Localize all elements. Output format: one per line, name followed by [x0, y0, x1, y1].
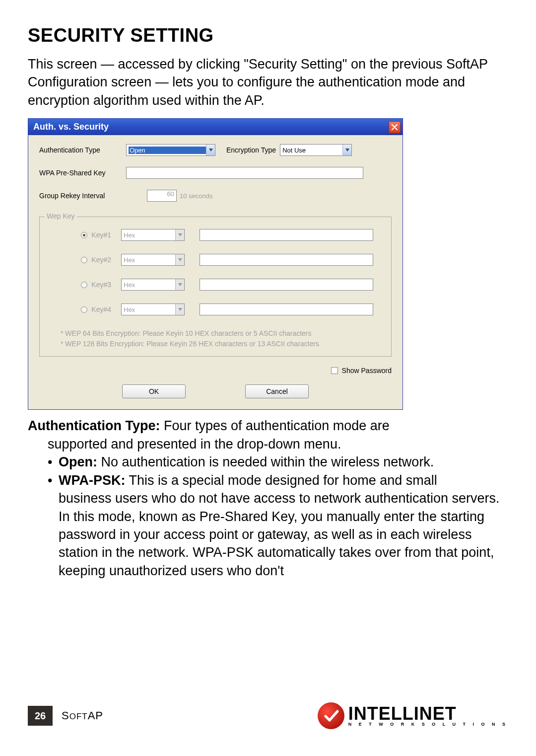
page-footer: 26 SOFTAP INTELLINET N E T W O R K S O L… [28, 702, 508, 729]
page-title: SECURITY SETTING [28, 25, 508, 46]
wep-key1-format-select[interactable]: Hex [121, 229, 185, 241]
close-icon [391, 124, 398, 131]
chevron-down-icon [175, 254, 184, 265]
rekey-unit: 10 seconds [180, 192, 213, 200]
chevron-down-icon [206, 145, 215, 155]
security-dialog: Auth. vs. Security Authentication Type O… [28, 118, 403, 410]
wep-key1-format: Hex [124, 231, 175, 239]
wep-key3-label: Key#3 [91, 281, 111, 289]
brand-tagline: N E T W O R K S O L U T I O N S [348, 722, 508, 727]
dialog-title: Auth. vs. Security [33, 119, 109, 135]
encryption-type-value: Not Use [282, 147, 342, 154]
chevron-down-icon [175, 304, 184, 315]
wep-key3-input[interactable] [200, 279, 373, 291]
wep-key2-input[interactable] [200, 254, 373, 266]
show-password-label: Show Password [342, 367, 392, 375]
radio-icon [81, 257, 87, 263]
wep-note-64: * WEP 64 Bits Encryption: Please Keyin 1… [61, 328, 383, 339]
wep-key2-radio[interactable]: Key#2 [48, 256, 121, 264]
wep-key3-format-select[interactable]: Hex [121, 279, 185, 291]
titlebar: Auth. vs. Security [28, 119, 402, 135]
wep-key4-input[interactable] [200, 303, 373, 315]
show-password-checkbox[interactable] [331, 367, 338, 374]
wep-key3-radio[interactable]: Key#3 [48, 281, 121, 289]
auth-type-value: Open [129, 147, 206, 154]
wep-key4-format: Hex [124, 306, 175, 313]
open-text: No authentication is needed within the w… [97, 454, 434, 469]
brand-name: INTELLINET [348, 705, 508, 722]
wpa-rest: business users who do not have access to… [28, 489, 508, 580]
wpa-line1: This is a special mode designed for home… [126, 473, 437, 488]
chevron-down-icon [175, 229, 184, 240]
doc-text: Authentication Type: Four types of authe… [28, 417, 508, 580]
auth-type-heading: Authentication Type: [28, 418, 160, 433]
wep-key1-radio[interactable]: Key#1 [48, 231, 121, 239]
bullet-icon: • [48, 453, 59, 471]
intro-paragraph: This screen — accessed by clicking "Secu… [28, 55, 508, 109]
bullet-icon: • [48, 471, 59, 489]
wep-key4-radio[interactable]: Key#4 [48, 305, 121, 313]
check-circle-icon [318, 702, 344, 729]
close-button[interactable] [389, 121, 401, 133]
section-name: SOFTAP [62, 709, 103, 722]
wep-legend: Wep Key [45, 212, 77, 220]
wep-key4-format-select[interactable]: Hex [121, 303, 185, 315]
radio-icon [81, 232, 87, 238]
wep-key2-label: Key#2 [91, 256, 111, 264]
wep-key1-input[interactable] [200, 229, 373, 241]
wep-key-fieldset: Wep Key Key#1 Hex K [39, 217, 392, 357]
wep-key2-format: Hex [124, 256, 175, 264]
rekey-label: Group Rekey Interval [39, 192, 126, 200]
psk-label: WPA Pre-Shared Key [39, 169, 126, 177]
wep-note-128: * WEP 128 Bits Encryption: Please Keyin … [61, 339, 383, 349]
auth-type-line2: supported and presented in the drop-down… [28, 435, 508, 453]
auth-type-line1: Four types of authentication mode are [160, 418, 390, 433]
wep-key2-format-select[interactable]: Hex [121, 254, 185, 266]
wep-key4-label: Key#4 [91, 305, 111, 313]
page-number: 26 [28, 706, 53, 726]
psk-input[interactable] [126, 167, 363, 179]
open-heading: Open: [59, 454, 97, 469]
encryption-type-label: Encryption Type [226, 146, 276, 154]
wep-key3-format: Hex [124, 281, 175, 289]
auth-type-select[interactable]: Open [126, 144, 215, 156]
chevron-down-icon [175, 279, 184, 290]
encryption-type-select[interactable]: Not Use [280, 144, 352, 156]
wpa-heading: WPA-PSK: [59, 473, 126, 488]
rekey-input[interactable]: 60 [147, 190, 177, 202]
cancel-button[interactable]: Cancel [245, 384, 309, 398]
auth-type-label: Authentication Type [39, 146, 126, 154]
radio-icon [81, 282, 87, 288]
ok-button[interactable]: OK [122, 384, 186, 398]
radio-icon [81, 306, 87, 313]
brand-logo: INTELLINET N E T W O R K S O L U T I O N… [318, 702, 508, 729]
wep-key1-label: Key#1 [91, 231, 111, 239]
chevron-down-icon [342, 145, 351, 155]
